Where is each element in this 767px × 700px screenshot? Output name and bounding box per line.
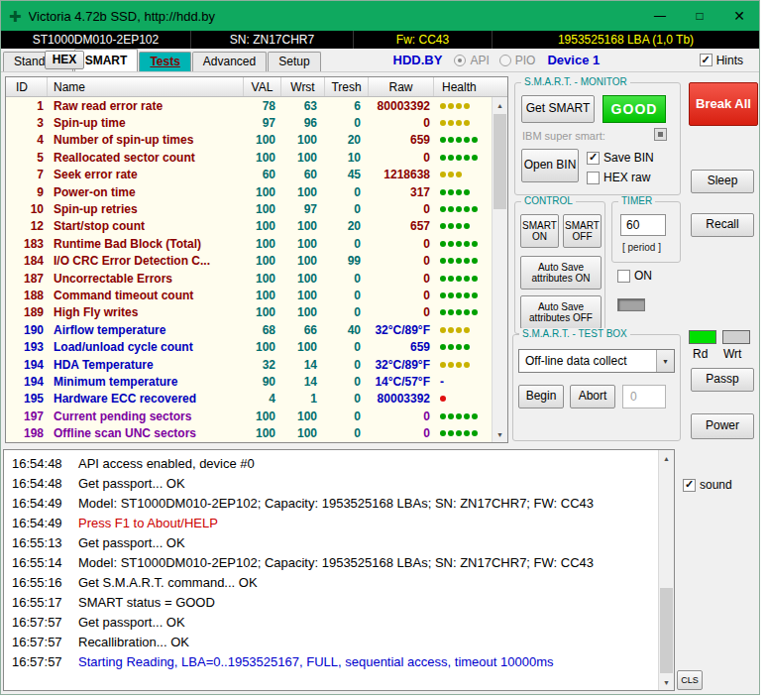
tab-advanced[interactable]: Advanced	[192, 52, 267, 71]
cell-wrst: 100	[281, 237, 325, 251]
close-icon[interactable]: ✕	[719, 1, 759, 31]
timer-period-input[interactable]	[620, 214, 666, 236]
api-radio-icon[interactable]	[454, 55, 466, 66]
ibm-super-smart-checkbox[interactable]	[654, 128, 667, 141]
abort-button[interactable]: Abort	[570, 385, 615, 408]
victoria-window: ✚ Victoria 4.72b SSD, http://hdd.by — □ …	[0, 0, 760, 695]
table-row[interactable]: 187Uncorrectable Errors10010000	[6, 270, 493, 287]
column-header-tresh[interactable]: Tresh	[325, 77, 369, 96]
log-scroll-thumb[interactable]	[660, 588, 673, 673]
health-dot	[464, 189, 470, 195]
cell-val: 68	[244, 323, 281, 337]
cell-id: 189	[6, 305, 48, 319]
smart-on-button[interactable]: SMART ON	[520, 214, 559, 248]
table-row[interactable]: 3Spin-up time979600	[6, 114, 493, 131]
scroll-up-icon[interactable]: ▲	[493, 97, 507, 113]
smart-off-button[interactable]: SMART OFF	[563, 214, 602, 248]
on-checkbox-icon[interactable]	[617, 270, 630, 283]
health-dot	[440, 172, 446, 177]
table-row[interactable]: 194HDA Temperature3214032°C/89°F	[6, 356, 493, 373]
cell-tresh: 20	[325, 219, 369, 233]
cell-id: 193	[6, 340, 48, 354]
auto-save-attributes-on-button[interactable]: Auto Save attributes ON	[520, 256, 602, 290]
recall-button[interactable]: Recall	[691, 213, 754, 237]
table-row[interactable]: 194Minimum temperature9014014°C/57°F-	[6, 373, 493, 390]
sound-checkbox[interactable]: sound	[683, 478, 732, 492]
cls-button[interactable]: CLS	[677, 670, 703, 690]
hex-button[interactable]: HEX	[45, 51, 84, 69]
cell-name: Uncorrectable Errors	[48, 272, 244, 286]
minimize-icon[interactable]: —	[640, 1, 680, 31]
sleep-button[interactable]: Sleep	[691, 170, 754, 193]
cell-val: 100	[244, 133, 281, 147]
power-button[interactable]: Power	[691, 413, 754, 439]
health-dot	[464, 292, 470, 298]
tab-tests[interactable]: Tests	[139, 52, 190, 71]
column-header-id[interactable]: ID	[6, 77, 48, 96]
health-dot	[456, 413, 462, 419]
hints-checkbox[interactable]: Hints	[700, 54, 743, 67]
cell-tresh: 0	[325, 305, 369, 319]
health-dot	[448, 172, 454, 177]
auto-save-attributes-off-button[interactable]: Auto Save attributes OFF	[520, 295, 602, 329]
tab-bar: StandardSMARTTestsAdvancedSetup HDD.BY H…	[1, 49, 759, 72]
table-row[interactable]: 4Number of spin-up times10010020659	[6, 132, 493, 149]
break-all-button[interactable]: Break All	[689, 82, 758, 126]
column-header-wrst[interactable]: Wrst	[281, 77, 325, 96]
table-row[interactable]: 7Seek error rate6060451218638	[6, 167, 493, 183]
log-scrollbar[interactable]: ▲ ▼	[658, 450, 674, 690]
get-smart-button[interactable]: Get SMART	[521, 95, 595, 123]
cell-id: 7	[6, 168, 48, 181]
cell-wrst: 14	[281, 358, 325, 372]
drive-serial: SN: ZN17CHR7	[191, 31, 354, 49]
open-bin-button[interactable]: Open BIN	[521, 149, 579, 182]
table-row[interactable]: 188Command timeout count10010000	[6, 287, 493, 303]
hints-checkbox-icon[interactable]	[700, 54, 712, 66]
table-row[interactable]: 5Reallocated sector count100100100	[6, 149, 493, 166]
sound-checkbox-icon[interactable]	[683, 479, 696, 492]
hddby-link[interactable]: HDD.BY	[393, 53, 443, 67]
table-row[interactable]: 184I/O CRC Error Detection C...100100990	[6, 253, 493, 270]
table-row[interactable]: 12Start/stop count10010020657	[6, 218, 493, 235]
on-checkbox[interactable]: ON	[617, 269, 652, 283]
test-select-dropdown[interactable]: Off-line data collect ▼	[518, 349, 675, 373]
table-row[interactable]: 10Spin-up retries1009700	[6, 200, 493, 217]
cell-id: 1	[6, 99, 48, 113]
pio-radio[interactable]: PIO	[499, 54, 536, 67]
table-row[interactable]: 9Power-on time1001000317	[6, 183, 493, 200]
log-line: 16:54:48Get passport... OK	[4, 473, 657, 493]
cell-val: 100	[244, 151, 281, 165]
maximize-icon[interactable]: □	[680, 1, 719, 31]
api-radio[interactable]: API	[454, 54, 489, 67]
table-row[interactable]: 197Current pending sectors10010000	[6, 408, 493, 424]
log-scroll-down-icon[interactable]: ▼	[659, 674, 674, 690]
log-scroll-up-icon[interactable]: ▲	[659, 450, 674, 466]
table-row[interactable]: 193Load/unload cycle count1001000659	[6, 338, 493, 355]
save-bin-checkbox-icon[interactable]	[587, 152, 600, 165]
table-row[interactable]: 190Airflow temperature68664032°C/89°F	[6, 321, 493, 338]
column-header-raw[interactable]: Raw	[369, 77, 434, 96]
save-bin-checkbox[interactable]: Save BIN	[587, 151, 654, 165]
column-header-name[interactable]: Name	[48, 77, 244, 96]
hex-raw-checkbox[interactable]: HEX raw	[587, 171, 650, 184]
table-row[interactable]: 195Hardware ECC recovered41080003392	[6, 391, 493, 408]
log-message: Get passport... OK	[78, 615, 185, 630]
scroll-down-icon[interactable]: ▼	[493, 426, 507, 442]
log-panel: 16:54:48API access enabled, device #016:…	[3, 449, 675, 691]
pio-radio-icon[interactable]	[499, 55, 511, 66]
column-header-val[interactable]: VAL	[244, 77, 281, 96]
table-row[interactable]: 1Raw read error rate7863680003392	[6, 97, 493, 114]
column-header-health[interactable]: Health	[434, 77, 507, 96]
table-row[interactable]: 198Offline scan UNC sectors10010000	[6, 424, 493, 441]
begin-button[interactable]: Begin	[518, 385, 564, 408]
table-row[interactable]: 183Runtime Bad Block (Total)10010000	[6, 235, 493, 252]
table-scrollbar[interactable]: ▲ ▼	[492, 97, 507, 442]
passport-button[interactable]: Passp	[691, 368, 754, 392]
hex-raw-checkbox-icon[interactable]	[587, 172, 600, 184]
health-dot	[448, 327, 454, 333]
table-row[interactable]: 189High Fly writes10010000	[6, 304, 493, 321]
table-scroll-thumb[interactable]	[493, 114, 506, 209]
chevron-down-icon[interactable]: ▼	[656, 350, 674, 372]
tab-setup[interactable]: Setup	[268, 52, 320, 71]
titlebar[interactable]: ✚ Victoria 4.72b SSD, http://hdd.by — □ …	[1, 1, 759, 31]
